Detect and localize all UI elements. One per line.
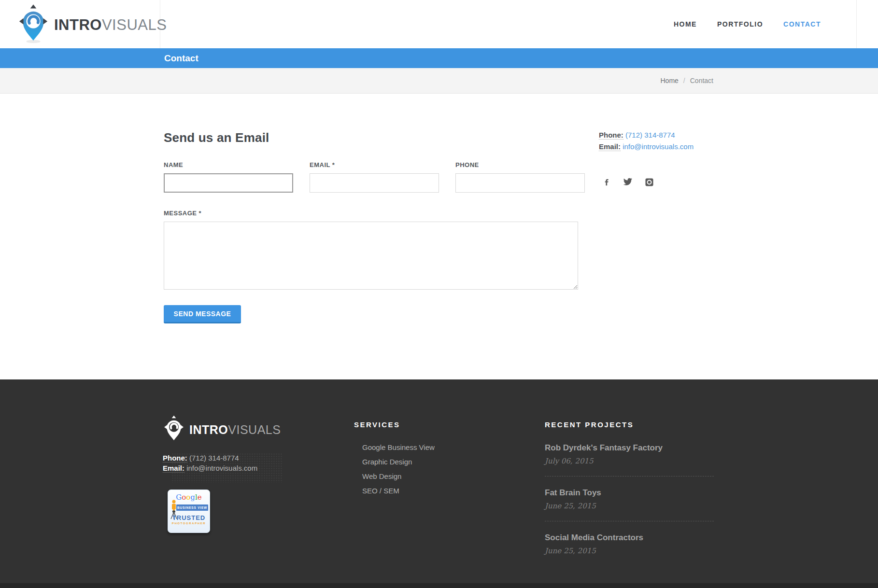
main-nav: HOME PORTFOLIO CONTACT — [653, 0, 821, 48]
project-date: June 25, 2015 — [545, 546, 714, 555]
email-link[interactable]: info@introvisuals.com — [623, 142, 694, 151]
phone-field-group: PHONE — [455, 161, 585, 193]
name-field-group: NAME — [164, 161, 293, 193]
site-name: INTROVISUALS — [54, 16, 167, 34]
message-label: MESSAGE * — [164, 210, 585, 217]
message-field-group: MESSAGE * — [164, 210, 585, 292]
site-logo[interactable]: INTROVISUALS — [17, 4, 167, 43]
footer-logo[interactable]: INTROVISUALS — [163, 415, 281, 444]
service-link-graphic-design[interactable]: Graphic Design — [362, 458, 435, 466]
email-info-label: Email: — [599, 142, 621, 151]
name-label: NAME — [164, 161, 293, 168]
footer-contact-info: Phone: (712) 314-8774 Email: info@introv… — [163, 453, 257, 473]
project-title-link[interactable]: Fat Brain Toys — [545, 488, 714, 498]
phone-input[interactable] — [455, 173, 585, 193]
phone-link[interactable]: (712) 314-8774 — [625, 131, 675, 139]
footer-site-name-light: VISUALS — [228, 423, 281, 436]
footer-recent-projects: RECENT PROJECTS Rob Dyrdek's Fantasy Fac… — [545, 420, 714, 555]
phone-info-label: Phone: — [599, 131, 623, 140]
email-field-group: EMAIL * — [310, 161, 439, 193]
header-divider-right — [856, 0, 857, 48]
nav-item-contact[interactable]: CONTACT — [783, 20, 821, 28]
bottom-bar — [0, 583, 878, 588]
services-heading: SERVICES — [354, 420, 435, 429]
footer-phone-label: Phone: — [163, 454, 187, 462]
page-title-band: Contact — [0, 48, 878, 68]
contact-form: NAME EMAIL * PHONE MESSAGE * SEND MESSAG… — [164, 161, 585, 323]
badge-photographer-text: PHOTOGRAPHER — [168, 522, 210, 525]
send-message-button[interactable]: SEND MESSAGE — [164, 305, 241, 323]
project-item: Rob Dyrdek's Fantasy Factory July 06, 20… — [545, 443, 714, 465]
pin-camera-icon — [17, 4, 49, 43]
project-item: Fat Brain Toys June 25, 2015 — [545, 488, 714, 510]
project-title-link[interactable]: Social Media Contractors — [545, 533, 714, 543]
project-separator — [545, 521, 714, 521]
page-title: Contact — [164, 53, 198, 64]
project-date: July 06, 2015 — [545, 457, 714, 465]
header: INTROVISUALS HOME PORTFOLIO CONTACT — [0, 0, 878, 48]
footer-services: SERVICES Google Business View Graphic De… — [354, 420, 435, 501]
phone-label: PHONE — [455, 161, 585, 168]
breadcrumb-separator: / — [683, 77, 685, 84]
project-item: Social Media Contractors June 25, 2015 — [545, 533, 714, 555]
footer-site-name: INTROVISUALS — [189, 423, 281, 437]
footer-site-name-bold: INTRO — [189, 423, 228, 436]
service-link-google-business-view[interactable]: Google Business View — [362, 443, 435, 451]
site-name-bold: INTRO — [54, 16, 102, 33]
service-link-web-design[interactable]: Web Design — [362, 472, 435, 480]
email-input[interactable] — [310, 173, 439, 193]
footer-email-value: info@introvisuals.com — [186, 464, 257, 472]
recent-projects-heading: RECENT PROJECTS — [545, 420, 714, 429]
nav-item-home[interactable]: HOME — [674, 20, 697, 28]
form-heading: Send us an Email — [164, 130, 269, 145]
email-label: EMAIL * — [310, 161, 439, 168]
site-name-light: VISUALS — [102, 16, 167, 33]
message-textarea[interactable] — [164, 222, 578, 290]
project-date: June 25, 2015 — [545, 502, 714, 510]
contact-info: Phone: (712) 314-8774 Email: info@introv… — [599, 130, 694, 154]
social-links — [600, 176, 655, 188]
google-trusted-photographer-badge[interactable]: Google BUSINESS VIEW TRUSTED PHOTOGRAPHE… — [168, 490, 210, 533]
main-content: Send us an Email NAME EMAIL * PHONE MESS… — [0, 94, 878, 379]
breadcrumb: Home / Contact — [0, 68, 878, 94]
facebook-icon[interactable] — [600, 176, 613, 188]
service-link-seo-sem[interactable]: SEO / SEM — [362, 487, 435, 495]
badge-trusted-text: TRUSTED — [168, 514, 210, 521]
footer-pin-camera-icon — [163, 415, 185, 444]
twitter-icon[interactable] — [622, 176, 634, 188]
business-view-band: BUSINESS VIEW — [176, 504, 208, 511]
footer-email-label: Email: — [163, 464, 184, 473]
instagram-icon[interactable] — [643, 176, 655, 188]
breadcrumb-home-link[interactable]: Home — [661, 77, 679, 84]
name-input[interactable] — [164, 173, 293, 193]
project-title-link[interactable]: Rob Dyrdek's Fantasy Factory — [545, 443, 714, 453]
footer-phone-value: (712) 314-8774 — [189, 454, 239, 462]
project-separator — [545, 476, 714, 476]
nav-item-portfolio[interactable]: PORTFOLIO — [717, 20, 763, 28]
breadcrumb-current: Contact — [690, 77, 713, 84]
footer: INTROVISUALS Phone: (712) 314-8774 Email… — [0, 379, 878, 583]
